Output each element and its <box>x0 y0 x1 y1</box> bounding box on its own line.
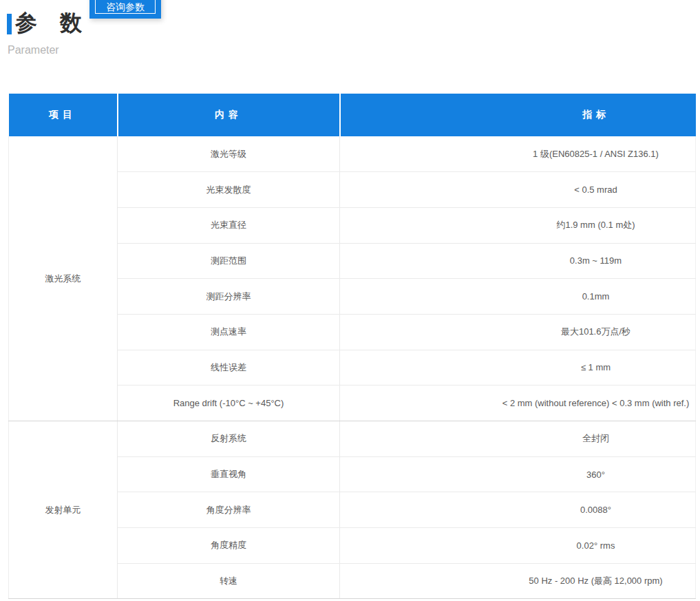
spec-name-cell: 转速 <box>118 563 340 599</box>
group-label-cell: 激光系统 <box>9 136 118 421</box>
spec-value-cell: 1 级(EN60825-1 / ANSI Z136.1) <box>340 136 696 172</box>
spec-name-cell: 反射系统 <box>118 421 340 457</box>
table-row: 发射单元反射系统全封闭 <box>9 421 696 457</box>
column-header-content: 内容 <box>118 94 340 136</box>
spec-value-cell: < 2 mm (without reference) < 0.3 mm (wit… <box>340 386 696 421</box>
spec-value-cell: 360° <box>340 456 696 492</box>
spec-name-cell: 测距范围 <box>118 243 340 279</box>
spec-name-cell: 激光等级 <box>118 136 340 172</box>
parameter-table: 项目 内容 指标 激光系统激光等级1 级(EN60825-1 / ANSI Z1… <box>8 94 696 599</box>
spec-value-cell: 0.3m ~ 119m <box>340 243 696 279</box>
spec-name-cell: 角度分辨率 <box>118 492 340 528</box>
group-label-cell: 发射单元 <box>9 421 118 599</box>
parameter-table-header: 项目 内容 指标 <box>9 94 696 136</box>
page-title: 参 数 <box>15 8 90 39</box>
page-header: 参 数 Parameter 咨询参数 <box>0 0 700 76</box>
title-accent-bar <box>7 14 12 34</box>
spec-name-cell: 测点速率 <box>118 314 340 350</box>
column-header-item: 项目 <box>9 94 118 136</box>
spec-value-cell: 全封闭 <box>340 421 696 457</box>
spec-name-cell: 光束发散度 <box>118 172 340 208</box>
spec-value-cell: 最大101.6万点/秒 <box>340 314 696 350</box>
header-row: 项目 内容 指标 <box>9 94 696 136</box>
spec-value-cell: < 0.5 mrad <box>340 172 696 208</box>
consult-parameters-button-border: 咨询参数 <box>95 0 156 14</box>
spec-name-cell: 垂直视角 <box>118 456 340 492</box>
spec-value-cell: 0.0088° <box>340 492 696 528</box>
spec-value-cell: ≤ 1 mm <box>340 350 696 386</box>
spec-value-cell: 0.1mm <box>340 279 696 315</box>
table-row: 激光系统激光等级1 级(EN60825-1 / ANSI Z136.1) <box>9 136 696 172</box>
consult-parameters-button-label: 咨询参数 <box>106 1 145 12</box>
spec-name-cell: Range drift (-10°C ~ +45°C) <box>118 386 340 421</box>
consult-parameters-button[interactable]: 咨询参数 <box>89 0 161 19</box>
parameter-table-body: 激光系统激光等级1 级(EN60825-1 / ANSI Z136.1)光束发散… <box>9 136 696 599</box>
spec-name-cell: 角度精度 <box>118 528 340 564</box>
spec-name-cell: 测距分辨率 <box>118 279 340 315</box>
spec-value-cell: 0.02° rms <box>340 528 696 564</box>
spec-value-cell: 约1.9 mm (0.1 m处) <box>340 207 696 243</box>
spec-value-cell: 50 Hz - 200 Hz (最高 12,000 rpm) <box>340 563 696 599</box>
page-subtitle: Parameter <box>8 44 59 56</box>
column-header-indicator: 指标 <box>340 94 696 136</box>
spec-name-cell: 光束直径 <box>118 207 340 243</box>
spec-name-cell: 线性误差 <box>118 350 340 386</box>
